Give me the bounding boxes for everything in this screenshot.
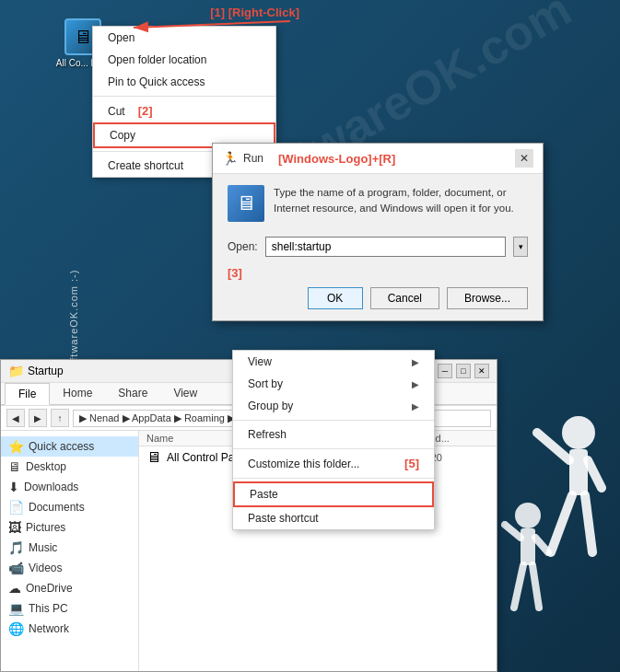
svg-point-10: [515, 503, 541, 528]
fe-back-button[interactable]: ◀: [6, 409, 25, 427]
fe-sidebar-documents[interactable]: 📄 Documents: [1, 497, 138, 517]
cm2-divider-2: [233, 448, 434, 449]
fe-sidebar-music[interactable]: 🎵 Music: [1, 538, 138, 558]
fe-sidebar-network[interactable]: 🌐 Network: [1, 619, 138, 639]
svg-line-7: [588, 460, 602, 488]
sidebar-downloads-label: Downloads: [24, 481, 78, 493]
music-icon: 🎵: [8, 540, 24, 555]
sidebar-onedrive-label: OneDrive: [26, 582, 73, 595]
cm2-customize[interactable]: Customize this folder... [5]: [233, 452, 434, 475]
fe-maximize-button[interactable]: □: [456, 364, 471, 378]
fe-title-label: Startup: [28, 365, 64, 377]
documents-icon: 📄: [8, 500, 24, 515]
run-open-row: Open: ▾: [213, 233, 543, 266]
fe-sidebar-desktop[interactable]: 🖥 Desktop: [1, 457, 138, 477]
svg-line-1: [134, 21, 290, 28]
fe-tab-file[interactable]: File: [5, 383, 50, 405]
svg-rect-5: [569, 449, 588, 495]
run-dropdown-button[interactable]: ▾: [513, 237, 528, 257]
run-dialog-body: 🖥 Type the name of a program, folder, do…: [213, 174, 543, 233]
run-title-left: 🏃 Run [Windows-Logo]+[R]: [222, 151, 395, 166]
sidebar-pictures-label: Pictures: [26, 521, 65, 534]
cm2-divider-3: [233, 478, 434, 479]
cm2-paste-shortcut[interactable]: Paste shortcut: [233, 507, 434, 529]
fe-title-icon: 📁: [8, 364, 24, 378]
sidebar-thispc-label: This PC: [29, 602, 68, 615]
svg-line-9: [585, 495, 592, 552]
context-menu-2: View ▶ Sort by ▶ Group by ▶ Refresh Cust…: [232, 350, 435, 530]
fe-sidebar-thispc[interactable]: 💻 This PC: [1, 598, 138, 619]
cm2-view[interactable]: View ▶: [233, 351, 434, 373]
step1-annotation: [1] [Right-Click]: [88, 7, 299, 38]
sidebar-network-label: Network: [29, 622, 69, 635]
sidebar-music-label: Music: [29, 541, 57, 554]
run-dialog-titlebar: 🏃 Run [Windows-Logo]+[R] ✕: [213, 144, 543, 174]
fe-forward-button[interactable]: ▶: [29, 409, 47, 427]
menu-item-open-folder[interactable]: Open folder location: [93, 49, 275, 71]
cm2-divider-1: [233, 420, 434, 421]
svg-line-13: [535, 538, 548, 552]
fe-sidebar-quick-access[interactable]: ⭐ Quick access: [1, 436, 138, 457]
cm2-paste[interactable]: Paste: [233, 481, 434, 507]
cm2-refresh[interactable]: Refresh: [233, 423, 434, 446]
step5-label: [5]: [404, 457, 419, 470]
step3-row: [3]: [213, 266, 543, 284]
network-icon: 🌐: [8, 621, 24, 636]
pictures-icon: 🖼: [8, 520, 21, 535]
step2-label: [2]: [138, 104, 153, 118]
run-dialog-description: Type the name of a program, folder, docu…: [274, 185, 528, 217]
desktop-sidebar-icon: 🖥: [8, 459, 21, 474]
run-cancel-button[interactable]: Cancel: [370, 287, 439, 309]
fe-sidebar-videos[interactable]: 📹 Videos: [1, 558, 138, 578]
fe-window-buttons: ─ □ ✕: [438, 364, 489, 378]
svg-line-12: [505, 525, 521, 538]
fe-close-button[interactable]: ✕: [474, 364, 489, 378]
onedrive-icon: ☁: [8, 581, 21, 596]
sidebar-documents-label: Documents: [29, 501, 85, 514]
svg-rect-11: [521, 528, 535, 565]
desktop: SoftwareOK.com www.SoftwareOK.com :-) 🖥 …: [0, 0, 620, 672]
quick-access-icon: ⭐: [8, 439, 24, 454]
menu-item-cut[interactable]: Cut [2]: [93, 99, 275, 122]
run-icon: 🏃: [222, 151, 238, 166]
cm2-sortby[interactable]: Sort by ▶: [233, 373, 434, 395]
run-open-label: Open:: [228, 240, 258, 253]
fe-title-left: 📁 Startup: [8, 364, 64, 378]
fe-sidebar-pictures[interactable]: 🖼 Pictures: [1, 517, 138, 538]
cm2-groupby[interactable]: Group by ▶: [233, 395, 434, 417]
run-open-input[interactable]: [265, 237, 506, 257]
step3-label: [3]: [228, 266, 242, 280]
sidebar-videos-label: Videos: [29, 562, 62, 574]
downloads-icon: ⬇: [8, 480, 19, 494]
svg-line-14: [514, 565, 523, 608]
run-dialog-buttons: OK Cancel Browse...: [213, 284, 543, 320]
svg-point-4: [562, 416, 595, 449]
sidebar-desktop-label: Desktop: [26, 460, 66, 473]
run-browse-button[interactable]: Browse...: [447, 287, 528, 309]
fe-minimize-button[interactable]: ─: [438, 364, 452, 378]
step1-label: [1] [Right-Click]: [210, 6, 299, 19]
fe-sidebar-downloads[interactable]: ⬇ Downloads: [1, 477, 138, 497]
fe-tab-view[interactable]: View: [160, 383, 210, 404]
fe-sidebar-onedrive[interactable]: ☁ OneDrive: [1, 578, 138, 598]
run-dialog-icon: 🖥: [228, 185, 264, 222]
cm2-view-arrow: ▶: [412, 357, 419, 367]
quick-access-label: Quick access: [29, 440, 94, 453]
run-ok-button[interactable]: OK: [308, 287, 363, 309]
thispc-icon: 💻: [8, 601, 24, 616]
svg-line-8: [551, 495, 572, 552]
menu-item-pin[interactable]: Pin to Quick access: [93, 71, 275, 93]
cm2-groupby-arrow: ▶: [412, 401, 419, 411]
fe-tab-share[interactable]: Share: [105, 383, 160, 404]
character-decoration: [500, 405, 611, 663]
fe-tab-home[interactable]: Home: [50, 383, 105, 404]
run-dialog: 🏃 Run [Windows-Logo]+[R] ✕ 🖥 Type the na…: [212, 143, 544, 321]
run-title-label: Run: [243, 152, 263, 165]
fe-sidebar: ⭐ Quick access 🖥 Desktop ⬇ Downloads 📄 D…: [1, 431, 139, 671]
cm2-sortby-arrow: ▶: [412, 379, 419, 389]
run-close-button[interactable]: ✕: [515, 149, 533, 168]
videos-icon: 📹: [8, 561, 24, 575]
menu-divider-1: [93, 96, 275, 97]
svg-line-15: [532, 565, 539, 608]
fe-up-button[interactable]: ↑: [51, 409, 69, 427]
